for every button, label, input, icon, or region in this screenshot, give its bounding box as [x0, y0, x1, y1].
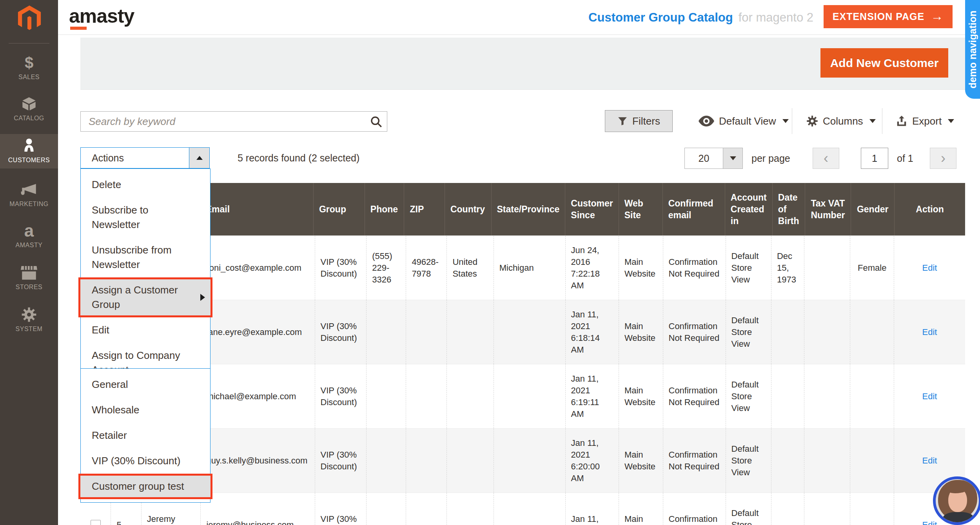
actions-label: Actions	[81, 148, 189, 168]
edit-link[interactable]: Edit	[922, 455, 937, 467]
submenu-item-retailer[interactable]: Retailer	[81, 423, 210, 448]
submenu-item-wholesale[interactable]: Wholesale	[81, 397, 210, 423]
person-icon	[0, 137, 58, 154]
chevron-down-icon	[730, 156, 736, 160]
sidebar-item-system[interactable]: SYSTEM	[0, 302, 58, 333]
arrow-right-icon: →	[931, 9, 944, 24]
admin-sidebar: $ SALES CATALOG CUSTOMERS	[0, 0, 58, 525]
per-page-value: 20	[685, 148, 723, 168]
funnel-icon	[617, 116, 628, 126]
sidebar-item-amasty[interactable]: a AMASTY	[0, 218, 58, 249]
magento-logo-icon	[17, 5, 42, 31]
view-selector[interactable]: Default View	[699, 110, 789, 132]
sidebar-item-label: SALES	[0, 74, 58, 81]
header-gender[interactable]: Gender	[851, 183, 894, 235]
search-icon[interactable]	[370, 115, 383, 130]
edit-link[interactable]: Edit	[922, 519, 937, 525]
header-web-site[interactable]: Web Site	[619, 183, 662, 235]
next-page-button[interactable]: ›	[930, 148, 956, 169]
columns-selector[interactable]: Columns	[806, 110, 876, 132]
header-state[interactable]: State/Province	[491, 183, 565, 235]
amasty-logo-underline	[70, 27, 87, 30]
gear-icon	[0, 306, 58, 323]
megaphone-icon	[0, 181, 58, 198]
menu-item-assign-customer-group[interactable]: Assign a Customer Group	[78, 277, 212, 317]
cell-email: guy.s.kelly@business.com	[200, 429, 314, 492]
screen: $ SALES CATALOG CUSTOMERS	[0, 0, 980, 525]
table-row: jane.eyre@example.com VIP (30% Discount)…	[80, 300, 965, 364]
edit-link[interactable]: Edit	[922, 326, 937, 338]
menu-item-edit[interactable]: Edit	[81, 317, 210, 343]
eye-icon	[699, 116, 714, 127]
menu-item-subscribe[interactable]: Subscribe to Newsletter	[81, 197, 210, 237]
chevron-up-icon	[196, 156, 203, 160]
records-summary: 5 records found (2 selected)	[238, 147, 359, 168]
sidebar-divider	[9, 43, 49, 43]
header-country[interactable]: Country	[445, 183, 491, 235]
page-number-input[interactable]	[861, 148, 888, 169]
page-header-band: Add New Customer	[80, 38, 965, 90]
table-row: 5 Jeremy Keith jeremy@business.com VIP (…	[80, 492, 965, 525]
menu-item-delete[interactable]: Delete	[81, 172, 210, 197]
edit-link[interactable]: Edit	[922, 262, 937, 274]
actions-dropdown-toggle[interactable]: Actions	[80, 147, 210, 168]
table-row: michael@example.com VIP (30% Discount) J…	[80, 364, 965, 428]
sidebar-item-sales[interactable]: $ SALES	[0, 50, 58, 81]
magento-logo[interactable]	[0, 0, 58, 35]
submenu-item-vip[interactable]: VIP (30% Discount)	[81, 448, 210, 474]
filters-button[interactable]: Filters	[605, 110, 673, 132]
header-zip[interactable]: ZIP	[404, 183, 444, 235]
per-page-selector[interactable]: 20	[684, 148, 743, 169]
demo-navigation-tab[interactable]: demo navigation	[965, 0, 980, 99]
add-new-customer-button[interactable]: Add New Customer	[820, 48, 948, 78]
cell-email: roni_cost@example.com	[200, 236, 314, 300]
per-page-caret-segment[interactable]	[723, 148, 742, 168]
cell-email: michael@example.com	[200, 364, 314, 428]
sidebar-item-customers[interactable]: CUSTOMERS	[0, 134, 58, 168]
customer-group-submenu: General Wholesale Retailer VIP (30% Disc…	[80, 368, 211, 503]
page-total-label: of 1	[897, 148, 913, 169]
extension-page-button[interactable]: EXTENSION PAGE →	[824, 5, 953, 28]
header-customer-since[interactable]: Customer Since	[565, 183, 618, 235]
sidebar-item-marketing[interactable]: MARKETING	[0, 177, 58, 208]
sidebar-item-catalog[interactable]: CATALOG	[0, 91, 58, 122]
chat-widget-avatar[interactable]	[933, 476, 980, 525]
sidebar-item-label: CUSTOMERS	[0, 157, 58, 164]
page-title-main: Customer Group Catalog	[588, 11, 733, 25]
per-page-label: per page	[751, 148, 790, 169]
submenu-item-customer-group-test[interactable]: Customer group test	[78, 474, 212, 499]
sidebar-item-label: CATALOG	[0, 115, 58, 122]
header-date-of-birth[interactable]: Date of Birth	[772, 183, 805, 235]
header-email[interactable]: Email	[200, 183, 313, 235]
chevron-left-icon: ‹	[824, 150, 828, 167]
sidebar-item-stores[interactable]: STORES	[0, 260, 58, 291]
grid-header-row: Email Group Phone ZIP Country State/Prov…	[80, 183, 965, 235]
actions-menu: Delete Subscribe to Newsletter Unsubscri…	[80, 168, 211, 386]
submenu-item-general[interactable]: General	[81, 372, 210, 397]
export-control[interactable]: Export	[896, 110, 954, 132]
submenu-arrow-icon	[200, 294, 205, 301]
chevron-down-icon	[869, 119, 876, 123]
amasty-logo[interactable]: amasty	[69, 5, 134, 27]
chevron-down-icon	[948, 119, 954, 123]
header-account-created-in[interactable]: Account Created in	[725, 183, 772, 235]
sidebar-item-label: MARKETING	[0, 201, 58, 208]
topbar: amasty Customer Group Catalog for magent…	[58, 0, 980, 35]
prev-page-button[interactable]: ‹	[813, 148, 839, 169]
chevron-down-icon	[782, 119, 789, 123]
header-group[interactable]: Group	[313, 183, 365, 235]
sidebar-item-label: AMASTY	[0, 242, 58, 249]
actions-caret-segment[interactable]	[189, 148, 209, 168]
menu-item-unsubscribe[interactable]: Unsubscribe from Newsletter	[81, 237, 210, 277]
header-confirmed-email[interactable]: Confirmed email	[662, 183, 725, 235]
cell-email: jane.eyre@example.com	[200, 300, 314, 364]
edit-link[interactable]: Edit	[922, 391, 937, 402]
header-phone[interactable]: Phone	[365, 183, 404, 235]
search-input[interactable]	[89, 112, 359, 131]
sidebar-item-label: SYSTEM	[0, 326, 58, 333]
customers-grid: Email Group Phone ZIP Country State/Prov…	[80, 183, 965, 525]
row-checkbox[interactable]	[91, 520, 101, 525]
toolbar-divider	[792, 108, 792, 134]
header-tax-vat[interactable]: Tax VAT Number	[805, 183, 851, 235]
header-action: Action	[894, 183, 965, 235]
